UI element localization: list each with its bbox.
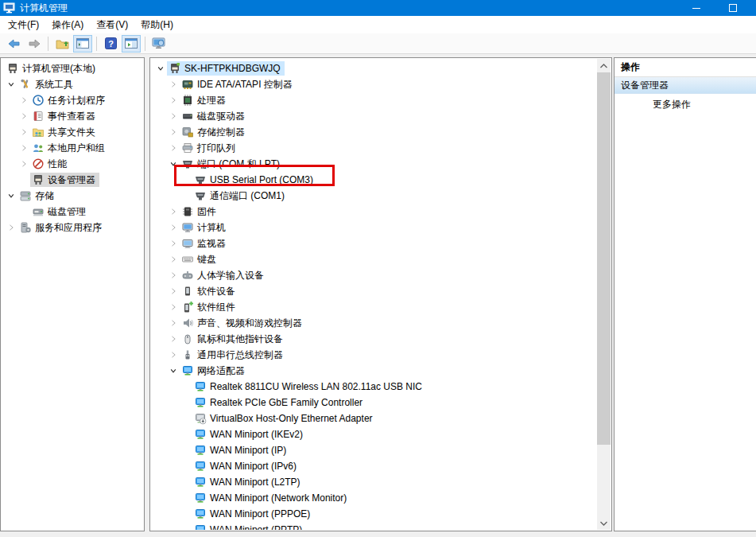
forward-arrow-icon[interactable] (25, 35, 44, 53)
tree-item-content[interactable]: 软件设备 (180, 284, 239, 298)
tree-item[interactable]: Realtek PCIe GbE Family Controller (151, 395, 597, 411)
chevron-expanded-icon[interactable] (5, 189, 17, 202)
scroll-down-icon[interactable] (597, 516, 611, 530)
menu-item[interactable]: 文件(F) (2, 16, 45, 34)
chevron-collapsed-icon[interactable] (167, 269, 180, 282)
help-icon[interactable]: ? (101, 35, 120, 53)
chevron-collapsed-icon[interactable] (17, 142, 30, 154)
scroll-up-icon[interactable] (597, 59, 611, 72)
maximize-button[interactable] (715, 0, 751, 16)
tree-item[interactable]: 存储 (2, 188, 143, 204)
tree-item[interactable]: 计算机管理(本地) (2, 60, 143, 76)
console-monitor-icon[interactable] (149, 35, 169, 53)
more-actions-item[interactable]: 更多操作 (614, 94, 756, 115)
tree-item[interactable]: 服务和应用程序 (2, 220, 143, 235)
chevron-collapsed-icon[interactable] (167, 221, 180, 234)
actions-section-device-manager[interactable]: 设备管理器 (614, 77, 756, 94)
tree-item-content[interactable]: 固件 (180, 204, 220, 219)
tree-item[interactable]: 设备管理器 (2, 172, 143, 188)
tree-item-content[interactable]: 磁盘管理 (30, 204, 90, 219)
tree-item-content[interactable]: WAN Miniport (PPTP) (192, 523, 306, 530)
tree-item-content[interactable]: 任务计划程序 (30, 93, 109, 107)
tree-item[interactable]: SK-HFTPKHDBGWJQ (151, 60, 597, 76)
chevron-collapsed-icon[interactable] (17, 110, 30, 123)
chevron-collapsed-icon[interactable] (167, 301, 180, 313)
tree-item-content[interactable]: WAN Miniport (PPPOE) (192, 507, 314, 521)
show-console-tree-icon[interactable] (73, 35, 92, 53)
tree-item-content[interactable]: WAN Miniport (L2TP) (192, 475, 304, 489)
tree-item[interactable]: 共享文件夹 (2, 124, 143, 140)
tree-item[interactable]: WAN Miniport (IP) (151, 442, 597, 458)
tree-item-selected[interactable]: SK-HFTPKHDBGWJQ (167, 61, 285, 76)
tree-item[interactable]: 性能 (2, 156, 143, 172)
minimize-button[interactable] (678, 0, 715, 16)
tree-item[interactable]: 通信端口 (COM1) (151, 188, 597, 204)
chevron-collapsed-icon[interactable] (5, 221, 17, 234)
chevron-collapsed-icon[interactable] (167, 110, 180, 123)
tree-item-content[interactable]: 计算机管理(本地) (5, 61, 99, 76)
tree-item-content[interactable]: 本地用户和组 (30, 141, 109, 155)
chevron-expanded-icon[interactable] (5, 78, 17, 91)
tree-item[interactable]: Realtek 8811CU Wireless LAN 802.11ac USB… (151, 379, 597, 395)
tree-item[interactable]: 鼠标和其他指针设备 (151, 331, 597, 347)
tree-item-content[interactable]: 人体学输入设备 (180, 268, 268, 282)
tree-item-content[interactable]: 存储控制器 (180, 125, 249, 139)
chevron-collapsed-icon[interactable] (17, 94, 30, 107)
chevron-expanded-icon[interactable] (154, 62, 167, 75)
scrollbar-thumb[interactable] (597, 72, 611, 445)
chevron-collapsed-icon[interactable] (167, 126, 180, 138)
chevron-collapsed-icon[interactable] (167, 333, 180, 345)
tree-item-content[interactable]: 通信端口 (COM1) (192, 189, 289, 203)
tree-item-content[interactable]: WAN Miniport (Network Monitor) (192, 491, 351, 505)
tree-item-content[interactable]: 鼠标和其他指针设备 (180, 332, 287, 346)
tree-item-content[interactable]: 软件组件 (180, 300, 239, 314)
tree-item[interactable]: 本地用户和组 (2, 140, 143, 156)
chevron-expanded-icon[interactable] (167, 364, 180, 377)
chevron-collapsed-icon[interactable] (167, 78, 180, 91)
tree-item[interactable]: 磁盘驱动器 (151, 108, 597, 124)
tree-item-content[interactable]: 处理器 (180, 93, 230, 107)
tree-item-content[interactable]: 网络适配器 (180, 364, 249, 378)
tree-item[interactable]: 端口 (COM 和 LPT) (151, 156, 597, 172)
tree-item[interactable]: USB Serial Port (COM3) (151, 172, 597, 188)
tree-item[interactable]: WAN Miniport (IPv6) (151, 458, 597, 474)
tree-item-content[interactable]: 服务和应用程序 (17, 220, 106, 235)
back-arrow-icon[interactable] (4, 35, 23, 53)
tree-item-content[interactable]: 共享文件夹 (30, 125, 99, 139)
tree-item[interactable]: 打印队列 (151, 140, 597, 156)
tree-item[interactable]: 软件设备 (151, 283, 597, 299)
show-action-pane-icon[interactable] (122, 35, 141, 53)
tree-item[interactable]: 事件查看器 (2, 108, 143, 124)
chevron-collapsed-icon[interactable] (167, 348, 180, 361)
tree-item[interactable]: 网络适配器 (151, 363, 597, 379)
tree-item-content[interactable]: 系统工具 (17, 77, 77, 91)
tree-item-content[interactable]: Realtek 8811CU Wireless LAN 802.11ac USB… (192, 379, 426, 394)
tree-item-content[interactable]: 存储 (17, 189, 58, 203)
chevron-collapsed-icon[interactable] (167, 94, 180, 107)
tree-item-selected[interactable]: 设备管理器 (30, 173, 99, 187)
menu-item[interactable]: 帮助(H) (134, 16, 180, 34)
tree-item[interactable]: 处理器 (151, 92, 597, 108)
tree-item-content[interactable]: 通用串行总线控制器 (180, 348, 287, 362)
menu-item[interactable]: 操作(A) (45, 16, 90, 34)
chevron-collapsed-icon[interactable] (17, 158, 30, 170)
chevron-collapsed-icon[interactable] (167, 237, 180, 250)
tree-item[interactable]: 软件组件 (151, 299, 597, 315)
menu-item[interactable]: 查看(V) (90, 16, 134, 34)
tree-item-content[interactable]: 键盘 (180, 252, 220, 267)
tree-item[interactable]: 监视器 (151, 235, 597, 251)
tree-item[interactable]: 磁盘管理 (2, 204, 143, 220)
chevron-collapsed-icon[interactable] (167, 205, 180, 218)
tree-item-content[interactable]: 端口 (COM 和 LPT) (180, 157, 284, 171)
tree-item[interactable]: 计算机 (151, 220, 597, 235)
up-one-level-folder-icon[interactable] (52, 35, 72, 53)
tree-item[interactable]: 人体学输入设备 (151, 267, 597, 283)
tree-item[interactable]: 任务计划程序 (2, 92, 143, 108)
tree-item[interactable]: VirtualBox Host-Only Ethernet Adapter (151, 411, 597, 426)
tree-item[interactable]: WAN Miniport (IKEv2) (151, 426, 597, 442)
chevron-collapsed-icon[interactable] (167, 253, 180, 266)
chevron-collapsed-icon[interactable] (167, 142, 180, 154)
tree-item[interactable]: WAN Miniport (PPTP) (151, 522, 597, 530)
vertical-scrollbar[interactable] (597, 59, 611, 530)
tree-item-content[interactable]: 声音、视频和游戏控制器 (180, 316, 306, 330)
